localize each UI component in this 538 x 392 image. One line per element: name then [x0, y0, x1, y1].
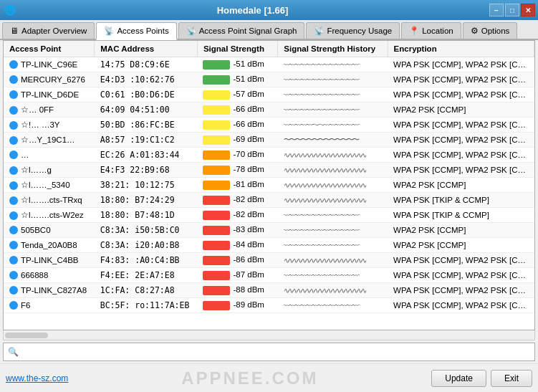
table-row[interactable]: F6BC:5F: ro:11:7A:EB-89 dBm〰〰〰〰〰〰〰〰〰〰〰〰〰… — [4, 298, 534, 313]
cell-encryption: WPA PSK [CCMP], WPA2 PSK [CCMP] — [388, 298, 534, 313]
signal-strength-bar — [203, 75, 230, 85]
cell-ap-name: ☆l…….cts-W2ez — [4, 208, 95, 223]
table-row[interactable]: MERCURY_6276E4:D3 :10:62:76-51 dBm〰〰〰〰〰〰… — [4, 72, 534, 87]
signal-strength-bar — [203, 181, 230, 190]
col-header-encryption: Encryption — [388, 41, 534, 57]
cell-encryption: WPA2 PSK [CCMP] — [388, 178, 534, 193]
cell-encryption: WPA2 PSK [CCMP] — [388, 223, 534, 238]
cell-signal-history: 〰〰〰〰〰〰〰〰〰〰〰〰〰 — [278, 208, 388, 223]
table-row[interactable]: TP-LINK_C4BBF4:83: :A0:C4:BB-86 dBm∿∿∿∿∿… — [4, 253, 534, 268]
update-button[interactable]: Update — [431, 370, 486, 387]
cell-encryption: WPA2 PSK [CCMP] — [388, 238, 534, 253]
cell-mac-address: 18:80: B7:24:29 — [95, 193, 198, 208]
cell-signal-strength: -57 dBm — [197, 87, 277, 102]
cell-ap-name: 666888 — [4, 268, 95, 283]
table-row[interactable]: 666888F4:EE: 2E:A7:E8-87 dBm〰〰〰〰〰〰〰〰〰〰〰〰… — [4, 268, 534, 283]
cell-encryption: WPA PSK [CCMP], WPA2 PSK [CCMP] — [388, 253, 534, 268]
adapter-tab-label: Adapter Overview — [21, 27, 87, 35]
tab-adapter[interactable]: 🖥 Adapter Overview — [2, 22, 95, 39]
signal-strength-bar — [203, 226, 230, 235]
cell-signal-history: ∿∿∿∿∿∿∿∿∿∿∿∿∿∿∿∿∿∿∿ — [278, 148, 388, 163]
table-row[interactable]: ☆…Y_19C1…A8:57 :19:C1:C2-69 dBm〜〜〜〜〜〜〜〜〜… — [4, 133, 534, 148]
cell-signal-history: 〰〰〰〰〰〰〰〰〰〰〰〰〰 — [278, 268, 388, 283]
cell-encryption: WPA PSK [TKIP & CCMP] — [388, 193, 534, 208]
cell-encryption: WPA PSK [CCMP], WPA2 PSK [CCMP] — [388, 87, 534, 102]
cell-signal-history: 〰〰〰〰〰〰〰〰〰〰〰〰〰 — [278, 298, 388, 313]
table-container[interactable]: Access Point MAC Address Signal Strength… — [4, 41, 534, 330]
tab-signal-graph[interactable]: 📡 Access Point Signal Graph — [178, 22, 305, 39]
cell-ap-name: MERCURY_6276 — [4, 72, 95, 87]
cell-signal-history: ∿∿∿∿∿∿∿∿∿∿∿∿∿∿∿∿∿∿∿ — [278, 178, 388, 193]
cell-mac-address: C0:61 :B0:D6:DE — [95, 87, 198, 102]
signal-strength-bar — [203, 271, 230, 280]
signal-strength-bar — [203, 166, 230, 175]
cell-mac-address: E4:D3 :10:62:76 — [95, 72, 198, 87]
signal-strength-bar — [203, 120, 230, 130]
footer-buttons: Update Exit — [431, 370, 532, 387]
options-tab-label: Options — [481, 27, 510, 35]
table-row[interactable]: 505BC0C8:3A: i50:5B:C0-83 dBm〰〰〰〰〰〰〰〰〰〰〰… — [4, 223, 534, 238]
cell-signal-history: 〰〰〰〰〰〰〰〰〰〰〰〰〰 — [278, 223, 388, 238]
tab-options[interactable]: ⚙ Options — [463, 22, 518, 39]
signal-strength-bar — [203, 150, 230, 160]
window: 🌐 Homedale [1.66] − □ ✕ 🖥 Adapter Overvi… — [0, 0, 538, 392]
cell-ap-name: 505BC0 — [4, 223, 95, 238]
cell-ap-name: TP-LINK_C827A8 — [4, 283, 95, 298]
access-points-tab-icon: 📡 — [104, 26, 114, 36]
table-row[interactable]: ☆… 0FF64:09 04:51:00-66 dBm〰〰〰〰〰〰〰〰〰〰〰〰〰… — [4, 102, 534, 118]
access-points-tab-label: Access Points — [117, 27, 168, 35]
cell-mac-address: 50:BD :86:FC:BE — [95, 118, 198, 133]
signal-strength-bar — [203, 60, 230, 70]
cell-signal-strength: -51 dBm — [197, 72, 277, 87]
table-row[interactable]: TP-LINK_D6DEC0:61 :B0:D6:DE-57 dBm〰〰〰〰〰〰… — [4, 87, 534, 102]
minimize-button[interactable]: − — [489, 4, 504, 16]
table-row[interactable]: TP-LINK_C827A81C:FA: C8:27:A8-88 dBm∿∿∿∿… — [4, 283, 534, 298]
cell-signal-history: 〰〰〰〰〰〰〰〰〰〰〰〰〰 — [278, 238, 388, 253]
cell-ap-name: ☆!… …3Y — [4, 118, 95, 133]
tab-location[interactable]: 📍 Location — [401, 22, 461, 39]
cell-encryption: WPA PSK [CCMP], WPA2 PSK [CCMP] — [388, 72, 534, 87]
website-link[interactable]: www.the-sz.com — [6, 373, 68, 383]
cell-signal-strength: -51 dBm — [197, 57, 277, 72]
table-row[interactable]: ☆l…….cts-TRxq18:80: B7:24:29-82 dBm∿∿∿∿∿… — [4, 193, 534, 208]
table-row[interactable]: ☆l…….cts-W2ez18:80: B7:48:1D-82 dBm〰〰〰〰〰… — [4, 208, 534, 223]
tab-frequency[interactable]: 📡 Frequency Usage — [306, 22, 400, 39]
cell-mac-address: 1C:FA: C8:27:A8 — [95, 283, 198, 298]
cell-mac-address: 38:21: 10:12:75 — [95, 178, 198, 193]
table-row[interactable]: TP-LINK_C96E14:75 D8:C9:6E-51 dBm〰〰〰〰〰〰〰… — [4, 57, 534, 72]
close-button[interactable]: ✕ — [521, 4, 535, 16]
cell-mac-address: BC:5F: ro:11:7A:EB — [95, 298, 198, 313]
cell-signal-history: ∿∿∿∿∿∿∿∿∿∿∿∿∿∿∿∿∿∿∿ — [278, 163, 388, 178]
signal-strength-bar — [203, 211, 230, 220]
h-scrollbar-thumb — [5, 333, 48, 338]
cell-mac-address: EC:26 A:01:83:44 — [95, 148, 198, 163]
cell-signal-strength: -87 dBm — [197, 268, 277, 283]
h-scrollbar[interactable] — [3, 330, 535, 340]
col-header-mac: MAC Address — [95, 41, 198, 57]
cell-mac-address: 14:75 D8:C9:6E — [95, 57, 198, 72]
exit-button[interactable]: Exit — [491, 370, 532, 387]
table-row[interactable]: …EC:26 A:01:83:44-70 dBm∿∿∿∿∿∿∿∿∿∿∿∿∿∿∿∿… — [4, 148, 534, 163]
cell-mac-address: C8:3A: i50:5B:C0 — [95, 223, 198, 238]
cell-signal-history: 〰〰〰〰〰〰〰〰〰〰〰〰〰 — [278, 102, 388, 118]
cell-signal-strength: -81 dBm — [197, 178, 277, 193]
search-icon: 🔍 — [8, 347, 19, 357]
cell-mac-address: 64:09 04:51:00 — [95, 102, 198, 118]
tab-access-points[interactable]: 📡 Access Points — [96, 22, 176, 40]
cell-signal-strength: -84 dBm — [197, 238, 277, 253]
table-row[interactable]: ☆l……gE4:F3 22:B9:68-78 dBm∿∿∿∿∿∿∿∿∿∿∿∿∿∿… — [4, 163, 534, 178]
restore-button[interactable]: □ — [505, 4, 519, 16]
cell-signal-strength: -82 dBm — [197, 208, 277, 223]
window-controls: − □ ✕ — [489, 4, 538, 16]
table-row[interactable]: ☆l……_534038:21: 10:12:75-81 dBm∿∿∿∿∿∿∿∿∿… — [4, 178, 534, 193]
table-row[interactable]: ☆!… …3Y50:BD :86:FC:BE-66 dBm〰〰〰〰〰〜〜〰〰〰〰… — [4, 118, 534, 133]
col-header-history: Signal Strength History — [278, 41, 388, 57]
table-row[interactable]: Tenda_20A0B8C8:3A: i20:A0:B8-84 dBm〰〰〰〰〰… — [4, 238, 534, 253]
search-input[interactable] — [22, 347, 530, 357]
cell-ap-name: TP-LINK_C4BB — [4, 253, 95, 268]
signal-strength-bar — [203, 90, 230, 100]
search-bar: 🔍 — [3, 343, 535, 361]
cell-ap-name: TP-LINK_C96E — [4, 57, 95, 72]
cell-ap-name: ☆l……g — [4, 163, 95, 178]
cell-signal-history: 〰〰〰〰〰〰〰〰〰〰〰〰〰 — [278, 57, 388, 72]
